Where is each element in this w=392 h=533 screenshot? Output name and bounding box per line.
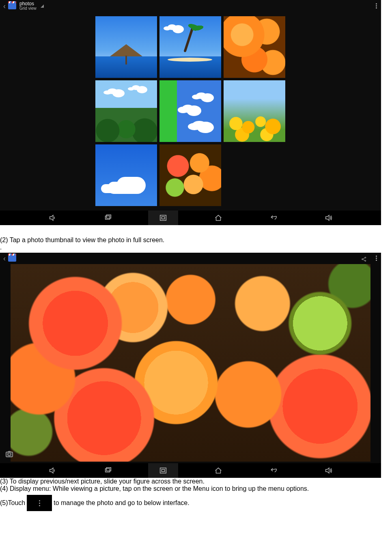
recent-apps-icon[interactable] (93, 211, 123, 225)
back-icon[interactable]: ‹ (3, 254, 6, 263)
app-logo-icon (8, 255, 16, 262)
screenshot-icon[interactable] (148, 463, 178, 478)
system-nav-bar (0, 463, 381, 478)
back-nav-icon[interactable] (258, 463, 289, 478)
photo-thumbnail[interactable] (159, 144, 221, 206)
back-nav-icon[interactable] (258, 211, 289, 225)
camera-icon[interactable] (5, 449, 14, 460)
overflow-menu-icon (39, 500, 40, 506)
volume-up-icon[interactable] (314, 463, 344, 478)
screenshot-grid-view: ‹ photos Grid view (0, 0, 381, 225)
photo-thumbnail[interactable] (224, 16, 285, 78)
photo-thumbnail[interactable] (224, 80, 285, 142)
recent-apps-icon[interactable] (93, 463, 123, 478)
svg-rect-2 (160, 215, 166, 221)
svg-rect-3 (162, 217, 164, 219)
screenshot-icon[interactable] (148, 211, 178, 225)
photo-thumbnail[interactable] (159, 80, 221, 142)
photo-grid (95, 16, 285, 206)
svg-rect-0 (105, 216, 110, 219)
svg-rect-12 (162, 469, 164, 472)
instruction-step-5a: (5)Touch (0, 499, 25, 507)
home-icon[interactable] (203, 463, 233, 478)
home-icon[interactable] (203, 211, 233, 225)
volume-down-icon[interactable] (38, 463, 68, 478)
volume-down-icon[interactable] (38, 211, 68, 225)
overflow-menu-icon[interactable] (376, 256, 377, 261)
svg-rect-1 (106, 215, 111, 218)
svg-rect-10 (106, 468, 111, 471)
photo-thumbnail[interactable] (95, 80, 157, 142)
dropdown-indicator-icon[interactable] (41, 4, 44, 8)
svg-point-8 (8, 453, 11, 456)
svg-rect-11 (160, 468, 166, 473)
screenshot-fullscreen-photo: ‹ (0, 253, 381, 478)
instruction-step-4: (4) Display menu: While viewing a pictur… (0, 485, 392, 492)
top-bar: ‹ (0, 254, 381, 263)
app-subtitle[interactable]: Grid view (19, 6, 37, 11)
svg-point-4 (362, 259, 363, 260)
menu-button-graphic (27, 495, 52, 511)
instruction-step-5: (5)Touch to manage the photo and go to b… (0, 495, 392, 511)
volume-up-icon[interactable] (314, 211, 344, 225)
photo-thumbnail[interactable] (159, 16, 221, 78)
back-icon[interactable]: ‹ (3, 2, 6, 11)
share-icon[interactable] (361, 256, 367, 264)
instruction-dot: . (0, 244, 392, 251)
instruction-step-5b: to manage the photo and go to below inte… (54, 499, 189, 507)
photo-thumbnail[interactable] (95, 16, 157, 78)
fullscreen-photo[interactable] (11, 264, 370, 462)
svg-point-5 (365, 257, 366, 258)
instruction-step-2: (2) Tap a photo thumbnail to view the ph… (0, 236, 392, 244)
app-title: photos (19, 1, 37, 6)
photo-thumbnail[interactable] (95, 144, 157, 206)
overflow-menu-icon[interactable] (376, 3, 377, 9)
app-logo-icon (8, 3, 16, 9)
svg-rect-9 (105, 469, 110, 472)
instruction-block: (3) To display previous/next picture, sl… (0, 478, 392, 511)
top-bar: ‹ photos Grid view (0, 1, 381, 11)
svg-point-6 (365, 260, 366, 262)
title-column: photos Grid view (19, 1, 37, 11)
system-nav-bar (0, 211, 381, 225)
instruction-step-3: (3) To display previous/next picture, sl… (0, 478, 392, 485)
